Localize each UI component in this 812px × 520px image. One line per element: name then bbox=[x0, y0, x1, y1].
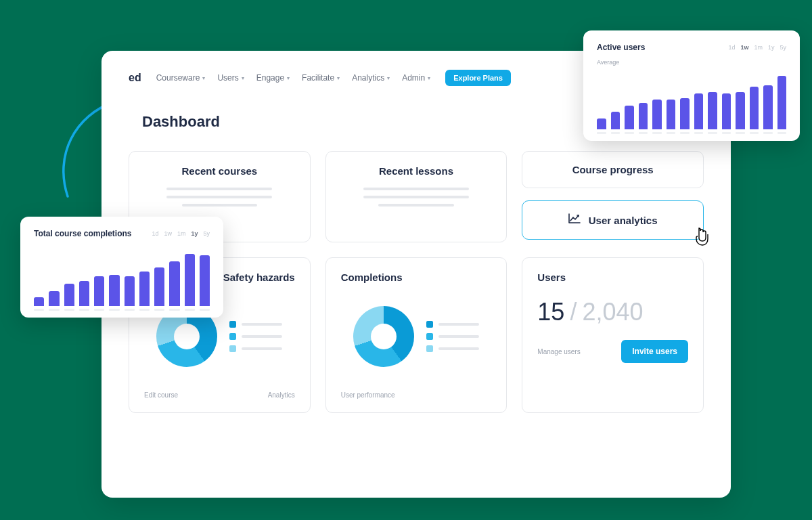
card-title: Completions bbox=[341, 272, 492, 283]
card-completions: Completions User performance bbox=[325, 257, 508, 413]
manage-users-link[interactable]: Manage users bbox=[537, 348, 580, 355]
card-user-analytics[interactable]: User analytics bbox=[522, 200, 704, 240]
total-user-count: 2,040 bbox=[582, 298, 643, 326]
explore-plans-button[interactable]: Explore Plans bbox=[445, 70, 511, 86]
card-title: Recent lessons bbox=[341, 165, 492, 177]
card-course-progress[interactable]: Course progress bbox=[522, 151, 704, 188]
nav-users[interactable]: Users▾ bbox=[217, 73, 244, 83]
skeleton-content bbox=[341, 188, 492, 207]
analytics-link[interactable]: Analytics bbox=[268, 391, 295, 399]
chart-legend bbox=[426, 321, 479, 352]
average-label: Average bbox=[597, 59, 786, 66]
cursor-pointer-icon bbox=[694, 227, 711, 251]
edit-course-link[interactable]: Edit course bbox=[144, 391, 178, 399]
line-chart-icon bbox=[568, 213, 581, 227]
bar-chart bbox=[597, 68, 786, 129]
user-performance-link[interactable]: User performance bbox=[341, 391, 395, 399]
nav-facilitate[interactable]: Facilitate▾ bbox=[302, 73, 340, 83]
bar-chart bbox=[34, 245, 210, 306]
chevron-down-icon: ▾ bbox=[428, 75, 430, 81]
card-recent-lessons: Recent lessons bbox=[325, 151, 508, 242]
logo: ed bbox=[129, 72, 141, 84]
invite-users-button[interactable]: Invite users bbox=[621, 340, 688, 363]
nav-engage[interactable]: Engage▾ bbox=[256, 73, 290, 83]
card-users: Users 15 / 2,040 Manage users Invite use… bbox=[522, 257, 704, 413]
popover-title: Total course completions bbox=[34, 229, 131, 238]
nav-admin[interactable]: Admin▾ bbox=[402, 73, 430, 83]
chart-legend bbox=[229, 321, 282, 352]
chevron-down-icon: ▾ bbox=[202, 75, 205, 81]
chevron-down-icon: ▾ bbox=[287, 75, 290, 81]
card-title: Recent courses bbox=[144, 165, 295, 177]
popover-title: Active users bbox=[597, 43, 645, 52]
nav-analytics[interactable]: Analytics▾ bbox=[352, 73, 390, 83]
nav-courseware[interactable]: Courseware▾ bbox=[156, 73, 206, 83]
users-count: 15 / 2,040 bbox=[537, 298, 688, 326]
card-title: Course progress bbox=[537, 164, 688, 175]
popover-course-completions: Total course completions 1d 1w 1m 1y 5y bbox=[20, 217, 223, 318]
chevron-down-icon: ▾ bbox=[242, 75, 244, 81]
range-selector[interactable]: 1d 1w 1m 1y 5y bbox=[728, 44, 786, 51]
card-title: User analytics bbox=[589, 215, 658, 226]
card-title: Users bbox=[537, 272, 688, 283]
chevron-down-icon: ▾ bbox=[337, 75, 340, 81]
chevron-down-icon: ▾ bbox=[387, 75, 390, 81]
donut-chart bbox=[353, 306, 414, 367]
popover-active-users: Active users 1d 1w 1m 1y 5y Average bbox=[583, 30, 800, 141]
skeleton-content bbox=[144, 188, 295, 207]
range-selector[interactable]: 1d 1w 1m 1y 5y bbox=[152, 230, 210, 237]
active-user-count: 15 bbox=[537, 298, 564, 326]
